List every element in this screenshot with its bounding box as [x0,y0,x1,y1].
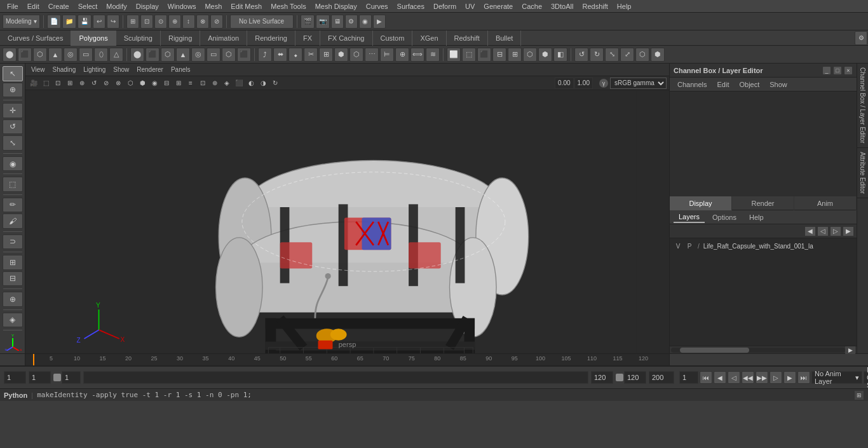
vp-show-menu[interactable]: Show [110,65,132,74]
uv-button8[interactable]: ◧ [553,48,567,62]
character-set-dropdown[interactable]: No Character Set ▾ [864,371,868,384]
vp-icon17[interactable]: ◈ [221,78,233,89]
menu-help[interactable]: Help [613,1,636,11]
frame-field3[interactable]: 1 [62,371,81,384]
end-frame3-field[interactable]: 200 [649,371,674,384]
smooth-button[interactable]: ⋯ [365,48,379,62]
menu-display[interactable]: Display [132,1,163,11]
rp-close-button[interactable]: × [844,66,853,75]
layers-tab[interactable]: Layers [674,212,705,223]
uv-button5[interactable]: ⊞ [508,48,522,62]
deform-button4[interactable]: ⤢ [620,48,634,62]
prism-button[interactable]: △ [109,48,123,62]
deform-button3[interactable]: ⤡ [605,48,619,62]
options-tab[interactable]: Options [707,212,742,222]
vp-icon18[interactable]: ⬛ [233,78,245,89]
vp-icon8[interactable]: ⊗ [112,78,124,89]
vp-icon10[interactable]: ⬢ [137,78,148,89]
tabbar-settings-button[interactable]: ⚙ [855,31,867,45]
scroll-right-button[interactable]: ▶ [845,346,855,354]
end-frame2-field[interactable]: 120 [624,371,646,384]
disk-button[interactable]: ⬯ [94,48,108,62]
end-frame-field[interactable]: 120 [591,371,613,384]
subd-plane[interactable]: ▭ [207,48,220,62]
vp-icon14[interactable]: ≡ [185,78,196,89]
display-tab[interactable]: Display [670,196,732,210]
paint-button[interactable]: 🖌 [3,214,23,229]
sym-button[interactable]: ⟺ [410,48,424,62]
vp-icon16[interactable]: ⊕ [209,78,220,89]
next-key-button[interactable]: ▷ [770,371,782,384]
menu-windows[interactable]: Windows [163,1,201,11]
menu-mesh[interactable]: Mesh [200,1,226,11]
range-slider[interactable] [83,371,588,384]
render-button6[interactable]: ▶ [373,15,386,29]
subd-extra1[interactable]: ⬡ [222,48,236,62]
deform-button6[interactable]: ⬢ [651,48,665,62]
vp-icon19[interactable]: ◐ [245,78,257,89]
render-button4[interactable]: ⚙ [345,15,358,29]
move-tool-button[interactable]: ✛ [3,103,23,118]
vp-icon20[interactable]: ◑ [257,78,269,89]
snap-button4[interactable]: ⊕ [168,15,181,29]
snap-button5[interactable]: ↕ [182,15,195,29]
vp-icon13[interactable]: ⊞ [173,78,184,89]
rp-minimize-button[interactable]: _ [822,66,831,75]
vp-icon5[interactable]: ⊕ [76,78,88,89]
menu-edit[interactable]: Edit [23,1,44,11]
fill-hole-button[interactable]: ⬡ [349,48,363,62]
menu-cache[interactable]: Cache [517,1,546,11]
cone-button[interactable]: ▲ [48,48,62,62]
deform-button1[interactable]: ↺ [574,48,588,62]
menu-mesh-tools[interactable]: Mesh Tools [266,1,310,11]
vp-icon2[interactable]: ⬚ [40,78,51,89]
layer-btn3[interactable]: ▷ [830,226,841,236]
timeline-playhead[interactable] [33,353,34,366]
vp-renderer-menu[interactable]: Renderer [133,65,166,74]
vp-icon4[interactable]: ⊞ [64,78,76,89]
boolean-button[interactable]: ⊕ [395,48,409,62]
menu-modify[interactable]: Modify [102,1,131,11]
layers-scrollbar[interactable]: ▶ [670,346,857,353]
menu-create[interactable]: Create [44,1,74,11]
anim-layer-dropdown[interactable]: No Anim Layer ▾ [811,371,862,384]
viewport-canvas[interactable]: Y X Z persp [25,90,669,353]
sphere-button[interactable]: ⬤ [3,48,17,62]
rotate-tool-button[interactable]: ↺ [3,119,23,135]
edit-tab[interactable]: Edit [712,79,734,90]
tab-polygons[interactable]: Polygons [71,31,116,46]
menu-file[interactable]: File [3,1,23,11]
scrollbar-thumb[interactable] [680,348,750,353]
tab-xgen[interactable]: XGen [412,31,446,46]
open-file-button[interactable]: 📁 [62,15,76,29]
next-frame-button[interactable]: ▶ [783,371,796,384]
subd-torus[interactable]: ◎ [191,48,205,62]
mirror-button[interactable]: ⊨ [380,48,394,62]
render-button5[interactable]: ◉ [359,15,372,29]
playback-frame-field[interactable]: 1 [679,371,698,384]
display-button1[interactable]: ⊞ [3,255,23,270]
tab-curves-surfaces[interactable]: Curves / Surfaces [0,31,71,46]
subd-cube[interactable]: ⬛ [146,48,159,62]
menu-generate[interactable]: Generate [479,1,517,11]
subd-extra2[interactable]: ⬛ [237,48,251,62]
render-tab[interactable]: Render [732,196,794,210]
cylinder-button[interactable]: ⬡ [33,48,47,62]
uv-button1[interactable]: ⬜ [447,48,461,62]
uv-button4[interactable]: ⊟ [492,48,506,62]
vp-view-menu[interactable]: View [28,65,48,74]
vp-lighting-menu[interactable]: Lighting [80,65,109,74]
timeline-track[interactable]: 5 10 15 20 25 30 35 40 45 50 55 60 65 70… [25,353,669,366]
uv-button7[interactable]: ⬢ [538,48,552,62]
subd-sphere[interactable]: ⬤ [130,48,144,62]
workspace-dropdown[interactable]: Modeling ▾ [3,15,40,29]
torus-button[interactable]: ◎ [64,48,78,62]
current-frame-field[interactable]: 1 [4,371,26,384]
anim-tab[interactable]: Anim [794,196,857,210]
soft-select-button[interactable]: ◉ [3,156,23,172]
tab-fx-caching[interactable]: FX Caching [320,31,372,46]
bevel-button[interactable]: ⬥ [288,48,302,62]
vp-icon15[interactable]: ⊡ [197,78,208,89]
plane-button[interactable]: ▭ [79,48,93,62]
tab-fx[interactable]: FX [295,31,320,46]
